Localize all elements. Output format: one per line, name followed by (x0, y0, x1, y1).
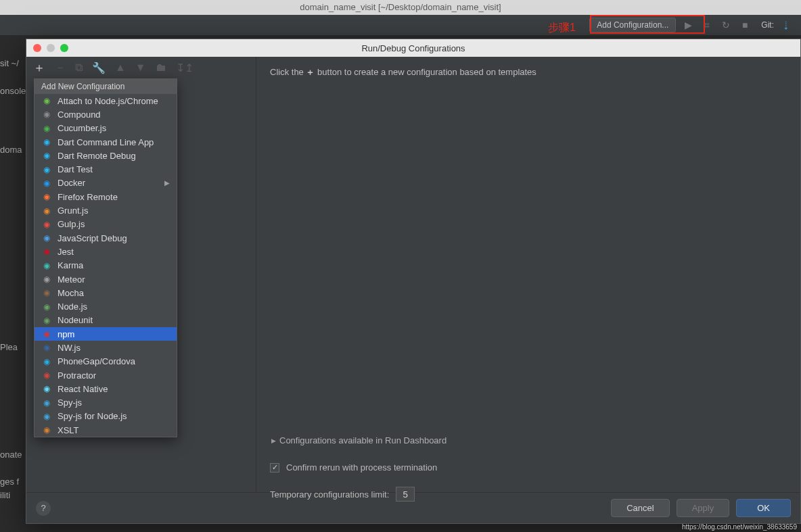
run-icon[interactable]: ▶ (682, 19, 694, 31)
config-type-label: Spy-js for Node.js (58, 411, 127, 421)
confirm-rerun-row: ✓ Confirm rerun with process termination (270, 462, 437, 473)
ok-button[interactable]: OK (736, 499, 791, 517)
config-type-spy-js-for-node-js[interactable]: ◉Spy-js for Node.js (35, 410, 177, 423)
empty-config-hint: Click the ＋ button to create a new confi… (270, 66, 787, 78)
config-type-label: Dart Test (58, 164, 93, 174)
triangle-right-icon: ▶ (271, 437, 276, 444)
config-type-node-js[interactable]: ◉Node.js (35, 299, 177, 313)
config-type-icon: ◉ (41, 329, 52, 339)
config-type-dart-remote-debug[interactable]: ◉Dart Remote Debug (35, 149, 177, 162)
run-dashboard-label: Configurations available in Run Dashboar… (279, 435, 447, 445)
config-type-xslt[interactable]: ◉XSLT (35, 423, 177, 437)
config-type-jest[interactable]: ◉Jest (35, 245, 177, 258)
config-type-icon: ◉ (41, 397, 52, 408)
config-type-mocha[interactable]: ◉Mocha (35, 286, 177, 299)
config-type-label: Attach to Node.js/Chrome (58, 96, 158, 106)
config-type-label: Karma (58, 260, 83, 270)
config-type-icon: ◉ (41, 150, 52, 161)
config-type-protractor[interactable]: ◉Protractor (35, 368, 177, 382)
move-up-button[interactable]: ▲ (115, 62, 126, 74)
add-configuration-button[interactable]: Add Configuration... (589, 18, 676, 32)
config-type-label: Mocha (58, 288, 84, 298)
config-type-phonegap-cordova[interactable]: ◉PhoneGap/Cordova (35, 355, 177, 368)
cancel-button[interactable]: Cancel (611, 499, 669, 517)
annotation-label-1: 步骤1 (548, 21, 576, 35)
coverage-icon[interactable]: ↻ (720, 19, 732, 31)
config-type-label: PhoneGap/Cordova (58, 356, 135, 366)
config-type-label: Gulp.js (58, 219, 85, 229)
remove-config-button[interactable]: － (55, 61, 66, 75)
config-type-label: Nodeunit (58, 315, 93, 325)
config-type-icon: ◉ (41, 233, 52, 243)
folder-button[interactable]: 🖿 (156, 62, 166, 74)
bg-onate: onate (0, 450, 22, 460)
dialog-right-panel: Click the ＋ button to create a new confi… (256, 57, 800, 492)
run-dashboard-expander[interactable]: ▶Configurations available in Run Dashboa… (270, 435, 447, 445)
temp-limit-input[interactable] (396, 487, 415, 502)
git-label: Git: (761, 20, 774, 30)
config-type-nodeunit[interactable]: ◉Nodeunit (35, 314, 177, 327)
config-type-label: Protractor (58, 370, 96, 381)
main-window-title: domain_name_visit [~/Desktop/domain_name… (0, 0, 801, 15)
config-type-label: Compound (58, 110, 101, 120)
dialog-title: Run/Debug Configurations (26, 43, 800, 53)
config-type-label: Grunt.js (58, 205, 89, 216)
config-type-icon: ◉ (41, 425, 52, 435)
config-type-firefox-remote[interactable]: ◉Firefox Remote (35, 190, 177, 203)
config-type-label: Node.js (58, 301, 87, 312)
config-type-label: JavaScript Debug (58, 233, 127, 243)
config-type-icon: ◉ (41, 137, 52, 147)
confirm-rerun-checkbox[interactable]: ✓ (270, 463, 279, 473)
dropdown-header: Add New Configuration (35, 79, 177, 94)
config-type-label: Docker (58, 178, 85, 188)
config-type-dart-command-line-app[interactable]: ◉Dart Command Line App (35, 135, 177, 149)
apply-button[interactable]: Apply (677, 499, 730, 517)
config-type-icon: ◉ (41, 95, 52, 106)
hint-after: button to create a new configuration bas… (315, 67, 536, 77)
add-configuration-dropdown: Add New Configuration ◉Attach to Node.js… (34, 78, 177, 437)
plus-icon: ＋ (306, 67, 315, 77)
debug-icon[interactable]: ⌗ (701, 19, 713, 31)
config-type-label: Dart Command Line App (58, 137, 154, 147)
move-down-button[interactable]: ▼ (135, 62, 146, 74)
config-type-icon: ◉ (41, 287, 52, 298)
edit-config-button[interactable]: 🔧 (92, 62, 106, 74)
bg-console: onsole (0, 86, 26, 96)
config-type-grunt-js[interactable]: ◉Grunt.js (35, 203, 177, 217)
config-type-karma[interactable]: ◉Karma (35, 259, 177, 272)
bg-plea: Plea (0, 342, 18, 352)
stop-icon[interactable]: ■ (739, 19, 751, 31)
main-toolbar: Add Configuration... ▶ ⌗ ↻ ■ Git: ⭭ (0, 15, 801, 35)
copy-config-button[interactable]: ⧉ (75, 62, 83, 74)
config-type-icon: ◉ (41, 191, 52, 202)
sort-button[interactable]: ↧↥ (176, 62, 193, 74)
config-type-nw-js[interactable]: ◉NW.js (35, 341, 177, 354)
config-type-attach-to-node-js-chrome[interactable]: ◉Attach to Node.js/Chrome (35, 94, 177, 107)
bg-iliti: iliti (0, 490, 10, 500)
config-type-cucumber-js[interactable]: ◉Cucumber.js (35, 122, 177, 135)
config-type-dart-test[interactable]: ◉Dart Test (35, 162, 177, 176)
config-type-icon: ◉ (41, 246, 52, 257)
config-type-gulp-js[interactable]: ◉Gulp.js (35, 218, 177, 231)
config-type-icon: ◉ (41, 219, 52, 230)
hint-before: Click the (270, 67, 306, 77)
config-type-spy-js[interactable]: ◉Spy-js (35, 396, 177, 410)
config-type-label: React Native (58, 384, 108, 394)
config-type-icon: ◉ (41, 109, 52, 120)
watermark-text: https://blog.csdn.net/weixin_38633659 (682, 523, 797, 531)
config-type-icon: ◉ (41, 301, 52, 312)
add-config-plus-button[interactable]: ＋ (33, 59, 45, 76)
help-button[interactable]: ? (36, 501, 51, 516)
git-pull-icon[interactable]: ⭭ (780, 19, 792, 31)
config-type-javascript-debug[interactable]: ◉JavaScript Debug (35, 231, 177, 245)
confirm-rerun-label: Confirm rerun with process termination (286, 462, 437, 473)
config-type-react-native[interactable]: ◉React Native (35, 382, 177, 395)
config-type-label: XSLT (58, 425, 79, 435)
config-type-meteor[interactable]: ◉Meteor (35, 272, 177, 286)
config-type-icon: ◉ (41, 205, 52, 216)
config-type-npm[interactable]: ◉npm (35, 327, 177, 341)
config-type-compound[interactable]: ◉Compound (35, 107, 177, 121)
config-type-icon: ◉ (41, 342, 52, 353)
chevron-right-icon: ▶ (164, 179, 170, 187)
config-type-docker[interactable]: ◉Docker▶ (35, 176, 177, 190)
